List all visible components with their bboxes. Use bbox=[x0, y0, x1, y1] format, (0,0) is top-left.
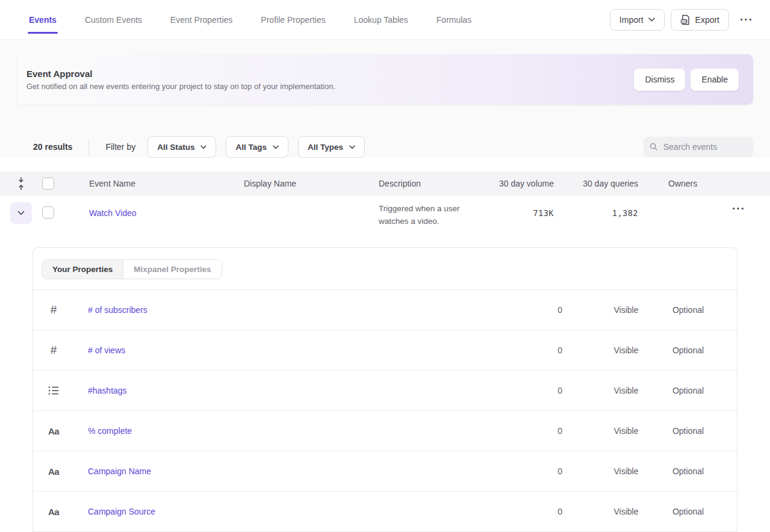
svg-text:CSV: CSV bbox=[682, 20, 688, 23]
nav-tab[interactable]: Formulas bbox=[436, 0, 471, 39]
type-glyph: # bbox=[51, 303, 57, 317]
type-glyph: Aa bbox=[48, 466, 59, 477]
event-row-watch-video: Watch Video Triggered when a user watche… bbox=[0, 196, 770, 247]
nav-tab-label: Profile Properties bbox=[261, 15, 325, 25]
nav-tab[interactable]: Event Properties bbox=[170, 0, 233, 39]
type-glyph: # bbox=[51, 344, 57, 357]
column-owners: Owners bbox=[638, 179, 695, 188]
chevron-down-icon bbox=[349, 145, 355, 149]
property-name-link[interactable]: # of views bbox=[88, 345, 499, 355]
page-upper-section: Event Approval Get notified on all new e… bbox=[0, 40, 770, 158]
property-row: Aa Campaign Source 0 Visible Optional bbox=[33, 492, 737, 532]
import-label: Import bbox=[619, 15, 644, 25]
property-count: 0 bbox=[499, 426, 595, 436]
export-label: Export bbox=[695, 15, 719, 25]
property-visibility: Visible bbox=[595, 386, 657, 395]
nav-actions: Import CSV Export ··· bbox=[610, 9, 758, 31]
banner-description: Get notified on all new events entering … bbox=[26, 82, 335, 91]
column-30-day-volume: 30 day volume bbox=[482, 179, 554, 188]
property-count: 0 bbox=[499, 345, 595, 355]
property-count: 0 bbox=[499, 507, 595, 516]
nav-tab[interactable]: Profile Properties bbox=[261, 0, 325, 39]
property-visibility: Visible bbox=[595, 507, 657, 516]
properties-tab[interactable]: Mixpanel Properties bbox=[123, 260, 221, 279]
event-description: Triggered when a user watches a video. bbox=[379, 200, 460, 226]
filter-bar: 20 results Filter by All Status All Tags… bbox=[33, 136, 753, 158]
property-type-icon: Aa bbox=[42, 466, 66, 477]
property-name-link[interactable]: % complete bbox=[88, 426, 499, 436]
chevron-down-icon bbox=[648, 17, 655, 22]
property-row: # # of subscribers 0 Visible Optional bbox=[33, 290, 737, 330]
nav-tab[interactable]: Events bbox=[29, 0, 57, 39]
property-count: 0 bbox=[499, 466, 595, 476]
property-row: #hashtags 0 Visible Optional bbox=[33, 371, 737, 411]
property-type-icon bbox=[42, 386, 66, 395]
properties-segmented-tabs: Your Properties Mixpanel Properties bbox=[42, 259, 222, 279]
properties-tab[interactable]: Your Properties bbox=[42, 260, 123, 279]
event-name-link[interactable]: Watch Video bbox=[89, 208, 137, 218]
collapse-all-icon[interactable] bbox=[17, 176, 25, 191]
top-navigation: Events Custom Events Event Properties Pr… bbox=[0, 0, 770, 40]
property-count: 0 bbox=[499, 305, 595, 315]
properties-tabs-bar: Your Properties Mixpanel Properties bbox=[33, 248, 737, 290]
property-visibility: Visible bbox=[595, 426, 657, 436]
nav-tab-label: Events bbox=[29, 15, 57, 25]
property-name-link[interactable]: # of subscribers bbox=[88, 305, 499, 315]
overflow-menu-icon[interactable]: ··· bbox=[735, 10, 758, 30]
row-overflow-icon[interactable]: ··· bbox=[727, 202, 750, 219]
lexicon-tabs: Events Custom Events Event Properties Pr… bbox=[29, 0, 471, 39]
property-visibility: Visible bbox=[595, 305, 657, 315]
property-type-icon: # bbox=[42, 303, 66, 317]
property-count: 0 bbox=[499, 386, 595, 395]
property-row: Aa % complete 0 Visible Optional bbox=[33, 411, 737, 451]
property-row: # # of views 0 Visible Optional bbox=[33, 330, 737, 371]
event-approval-banner: Event Approval Get notified on all new e… bbox=[17, 54, 753, 105]
events-table-header: Event Name Display Name Description 30 d… bbox=[0, 172, 770, 196]
filter-dropdown[interactable]: All Status bbox=[147, 136, 216, 158]
filter-dropdown[interactable]: All Types bbox=[298, 136, 365, 158]
column-display-name: Display Name bbox=[221, 179, 356, 188]
property-name-link[interactable]: Campaign Name bbox=[88, 466, 499, 476]
search-input[interactable] bbox=[663, 142, 747, 152]
property-requirement: Optional bbox=[657, 426, 719, 436]
nav-tab-label: Custom Events bbox=[85, 15, 142, 25]
row-expander-button[interactable] bbox=[10, 202, 32, 224]
list-type-icon bbox=[48, 386, 60, 395]
property-visibility: Visible bbox=[595, 345, 657, 355]
filter-dropdown-label: All Types bbox=[308, 143, 343, 152]
chevron-down-icon bbox=[273, 145, 279, 149]
nav-tab[interactable]: Custom Events bbox=[85, 0, 142, 39]
export-button[interactable]: CSV Export bbox=[671, 9, 729, 31]
event-30-day-volume: 713K bbox=[482, 202, 554, 224]
property-type-icon: Aa bbox=[42, 507, 66, 517]
property-name-link[interactable]: Campaign Source bbox=[88, 507, 499, 516]
select-all-checkbox[interactable] bbox=[42, 178, 54, 190]
property-type-icon: # bbox=[42, 344, 66, 357]
property-visibility: Visible bbox=[595, 466, 657, 476]
import-button[interactable]: Import bbox=[610, 9, 665, 31]
column-30-day-queries: 30 day queries bbox=[554, 179, 638, 188]
nav-tab-label: Event Properties bbox=[170, 15, 233, 25]
filter-dropdown[interactable]: All Tags bbox=[226, 136, 288, 158]
nav-tab-label: Formulas bbox=[436, 15, 471, 25]
search-icon bbox=[650, 142, 658, 152]
dismiss-button[interactable]: Dismiss bbox=[634, 69, 685, 91]
property-row: Aa Campaign Name 0 Visible Optional bbox=[33, 451, 737, 492]
property-name-link[interactable]: #hashtags bbox=[88, 386, 499, 395]
column-event-name: Event Name bbox=[66, 179, 221, 188]
chevron-down-icon bbox=[17, 211, 25, 215]
property-requirement: Optional bbox=[657, 466, 719, 476]
nav-tab[interactable]: Lookup Tables bbox=[354, 0, 408, 39]
properties-tab-label: Mixpanel Properties bbox=[134, 265, 211, 274]
type-glyph: Aa bbox=[48, 507, 59, 517]
csv-file-icon: CSV bbox=[680, 14, 691, 25]
chevron-down-icon bbox=[200, 145, 206, 149]
property-requirement: Optional bbox=[657, 507, 719, 516]
filter-dropdown-label: All Status bbox=[157, 143, 194, 152]
event-30-day-queries: 1,382 bbox=[554, 202, 638, 224]
banner-actions: Dismiss Enable bbox=[634, 69, 739, 91]
enable-button[interactable]: Enable bbox=[691, 69, 739, 91]
row-checkbox[interactable] bbox=[42, 206, 54, 218]
divider bbox=[88, 138, 89, 155]
filter-by-label: Filter by bbox=[105, 142, 135, 152]
